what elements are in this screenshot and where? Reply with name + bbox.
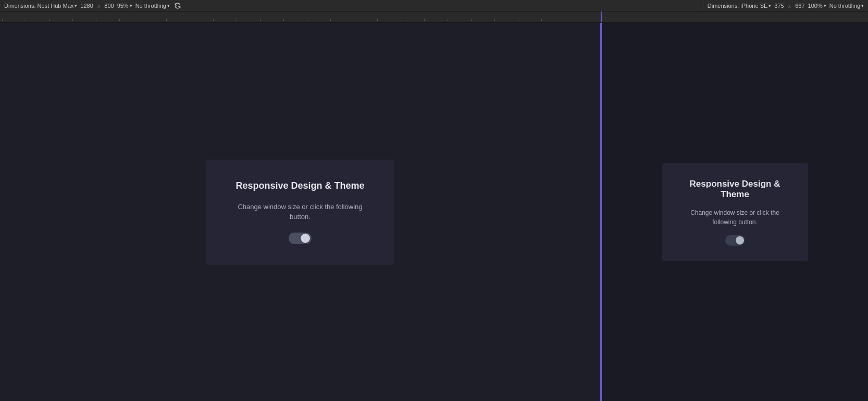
toolbar-left: Dimensions: Nest Hub Max ▾ 1280 x 800 95…	[0, 1, 703, 10]
main-content: Responsive Design & Theme Change window …	[0, 23, 868, 401]
card-left-description: Change window size or click the followin…	[232, 202, 368, 222]
sep-right: x	[788, 3, 791, 9]
zoom-left-dropdown[interactable]: 95% ▾	[117, 3, 132, 9]
card-right-description: Change window size or click the followin…	[678, 208, 792, 227]
throttling-right-dropdown[interactable]: No throttling ▾	[829, 3, 864, 9]
toggle-left[interactable]	[289, 233, 312, 244]
card-left-title: Responsive Design & Theme	[235, 180, 364, 191]
dimensions-left-dropdown[interactable]: Dimensions: Nest Hub Max ▾	[4, 3, 77, 9]
ruler-left	[0, 11, 602, 22]
toggle-right-knob	[736, 236, 744, 245]
viewport-right: Responsive Design & Theme Change window …	[602, 23, 868, 401]
dimensions-left-chevron-icon: ▾	[75, 3, 77, 8]
sep-left: x	[97, 3, 101, 9]
zoom-right-dropdown[interactable]: 100% ▾	[808, 3, 826, 9]
card-right: Responsive Design & Theme Change window …	[662, 163, 808, 261]
ruler-right	[602, 11, 868, 22]
dimensions-right-label: Dimensions: iPhone SE	[708, 3, 768, 9]
rotate-icon[interactable]	[173, 1, 182, 10]
height-right: 667	[795, 3, 804, 9]
zoom-left-chevron-icon: ▾	[130, 3, 132, 8]
width-right: 375	[774, 3, 784, 9]
card-left: Responsive Design & Theme Change window …	[206, 160, 394, 265]
throttling-left-chevron-icon: ▾	[167, 3, 170, 8]
dimensions-right-chevron-icon: ▾	[768, 3, 771, 8]
width-left: 1280	[80, 3, 93, 9]
height-left: 800	[104, 3, 114, 9]
toggle-left-knob	[301, 234, 310, 243]
throttling-right-chevron-icon: ▾	[861, 3, 864, 8]
toolbar-right: Dimensions: iPhone SE ▾ 375 x 667 100% ▾…	[703, 3, 868, 9]
zoom-right-chevron-icon: ▾	[824, 3, 826, 8]
throttling-right-label: No throttling	[829, 3, 860, 9]
throttling-left-dropdown[interactable]: No throttling ▾	[135, 3, 170, 9]
throttling-left-label: No throttling	[135, 3, 166, 9]
zoom-left-label: 95%	[117, 3, 129, 9]
zoom-right-label: 100%	[808, 3, 823, 9]
toolbar: Dimensions: Nest Hub Max ▾ 1280 x 800 95…	[0, 0, 868, 11]
viewport-left: Responsive Design & Theme Change window …	[0, 23, 602, 401]
toggle-right[interactable]	[725, 235, 745, 246]
dimensions-right-dropdown[interactable]: Dimensions: iPhone SE ▾	[708, 3, 772, 9]
ruler-bar	[0, 11, 868, 23]
card-right-title: Responsive Design & Theme	[678, 179, 792, 200]
dimensions-left-label: Dimensions: Nest Hub Max	[4, 3, 73, 9]
